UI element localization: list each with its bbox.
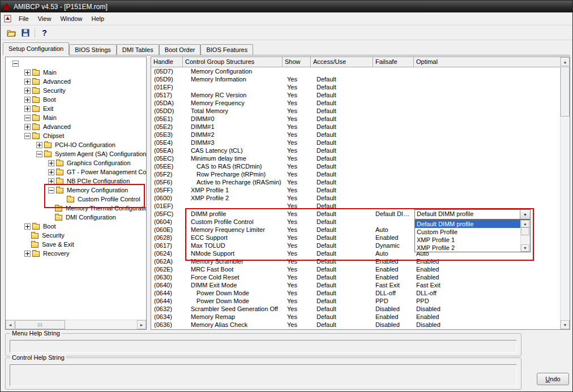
grid-row[interactable]: (05EA)CAS Latency (tCL)YesDefault <box>151 147 561 154</box>
tree-expander-plus-icon[interactable] <box>48 178 54 184</box>
dropdown-scrollbar[interactable] <box>520 220 530 252</box>
combobox-value[interactable]: Default DIMM profile <box>415 210 520 219</box>
grid-vertical-scrollbar[interactable] <box>560 57 570 329</box>
grid-row[interactable]: (0600)XMP Profile 2YesDefault <box>151 194 561 202</box>
tree-horizontal-scrollbar[interactable] <box>6 320 146 329</box>
tree-expander-plus-icon[interactable] <box>24 223 31 230</box>
scrollbar-thumb[interactable] <box>521 227 529 235</box>
grid-row[interactable]: (01EF)YesDefault <box>151 83 561 91</box>
grid-row[interactable]: (062A)Memory ScramblerYesDefaultEnabledE… <box>151 257 561 265</box>
tree-item-recovery[interactable]: Recovery <box>6 249 146 258</box>
tab-bios-features[interactable]: BIOS Features <box>200 44 253 55</box>
tree-item-gt-power-management-co[interactable]: GT - Power Management Co <box>6 167 146 176</box>
grid-row[interactable]: (0634)Memory RemapYesDefaultEnabledEnabl… <box>151 313 561 321</box>
grid-row[interactable]: (05D7)Memory Configuration <box>151 67 561 75</box>
tree-item-security[interactable]: Security <box>6 231 146 240</box>
column-header-failsafe[interactable]: Failsafe <box>373 57 414 67</box>
column-header-handle[interactable]: Handle <box>151 57 183 67</box>
grid-row[interactable]: (05FF)XMP Profile 1YesDefault <box>151 186 561 194</box>
tree-item-system-agent-sa-configuration[interactable]: System Agent (SA) Configuration <box>6 149 146 158</box>
column-header-show[interactable]: Show <box>283 57 311 67</box>
scroll-down-icon[interactable] <box>521 244 529 252</box>
tree-expander-plus-icon[interactable] <box>48 169 54 175</box>
grid-row[interactable]: (01EF)YesDefault <box>151 202 561 210</box>
combo-option-custom-profile[interactable]: Custom Profile <box>415 228 520 236</box>
menu-file[interactable]: File <box>14 14 33 24</box>
tree-expander-plus-icon[interactable] <box>24 97 31 103</box>
grid-row[interactable]: (0644)Power Down ModeYesDefaultPPDPPD <box>151 297 561 305</box>
tree-expander-plus-icon[interactable] <box>24 124 31 130</box>
tab-bios-strings[interactable]: BIOS Strings <box>69 44 117 55</box>
tab-boot-order[interactable]: Boot Order <box>159 44 201 55</box>
grid-row[interactable]: (05E1)DIMM#0YesDefault <box>151 115 561 123</box>
tree-expander-plus-icon[interactable] <box>24 70 31 76</box>
tree-item-memory-configuration[interactable]: Memory Configuration <box>6 186 146 195</box>
tree-expander-minus-icon[interactable] <box>36 151 42 157</box>
tab-setup-configuration[interactable]: Setup Configuration <box>3 42 69 55</box>
tree-item-save-exit[interactable]: Save & Exit <box>6 240 146 249</box>
grid-row[interactable]: (05E2)DIMM#1YesDefault <box>151 123 561 131</box>
scroll-left-icon[interactable] <box>6 320 15 329</box>
open-folder-button[interactable] <box>4 27 18 39</box>
scrollbar-thumb[interactable] <box>15 320 65 329</box>
tree-expander-minus-icon[interactable] <box>12 61 19 67</box>
tree-expander-minus-icon[interactable] <box>24 115 31 121</box>
tree-item-advanced[interactable]: Advanced <box>6 122 146 131</box>
tree-expander-plus-icon[interactable] <box>36 142 42 148</box>
tree-item-exit[interactable]: Exit <box>6 104 146 113</box>
grid-row[interactable]: (05DD)Total MemoryYesDefault <box>151 107 561 115</box>
column-header-access-use[interactable]: Access/Use <box>311 57 373 67</box>
grid-row[interactable]: (0630)Force Cold ResetYesDefaultEnabledE… <box>151 273 561 281</box>
column-header-control-group-structures[interactable]: Control Group Structures <box>183 57 283 67</box>
scroll-down-icon[interactable] <box>561 320 570 329</box>
tree-item-boot[interactable]: Boot <box>6 222 146 231</box>
grid-row[interactable]: (05EC)Minimum delay timeYesDefault <box>151 154 561 162</box>
save-button[interactable] <box>18 27 32 39</box>
menu-help[interactable]: Help <box>87 14 109 24</box>
combo-option-default-dimm-profile[interactable]: Default DIMM profile <box>415 220 520 228</box>
tree-expander-minus-icon[interactable] <box>24 133 31 139</box>
combo-option-xmp-profile-2[interactable]: XMP Profile 2 <box>415 244 520 252</box>
grid-row[interactable]: (05F6)Active to Precharge (tRASmin)YesDe… <box>151 178 561 186</box>
tree-expander-plus-icon[interactable] <box>24 79 31 85</box>
grid-row[interactable]: (05D9)Memory InformationYesDefault <box>151 75 561 83</box>
dimm-profile-combobox[interactable]: Default DIMM profile <box>414 209 531 219</box>
help-button[interactable]: ? <box>37 27 52 39</box>
grid-row[interactable]: (05E3)DIMM#2YesDefault <box>151 131 561 139</box>
scroll-right-icon[interactable] <box>137 320 146 329</box>
tree-expander-plus-icon[interactable] <box>24 106 31 112</box>
chevron-down-icon[interactable] <box>520 210 530 219</box>
tree-item-chipset[interactable]: Chipset <box>6 131 146 140</box>
tree-item-graphics-configuration[interactable]: Graphics Configuration <box>6 158 146 167</box>
grid-row[interactable]: (0636)Memory Alias CheckYesDefaultDisabl… <box>151 321 561 329</box>
tab-dmi-tables[interactable]: DMI Tables <box>117 44 159 55</box>
tree-item-security[interactable]: Security <box>6 86 146 95</box>
tree-item-dmi-configuration[interactable]: DMI Configuration <box>6 213 146 222</box>
scroll-up-icon[interactable] <box>561 57 570 66</box>
tree-item-nb-pcie-configuration[interactable]: NB PCIe Configuration <box>6 176 146 186</box>
undo-button[interactable]: Undo <box>537 373 569 385</box>
grid-row[interactable]: (05DA)Memory FrequencyYesDefault <box>151 99 561 107</box>
grid-row[interactable]: (062E)MRC Fast BootYesDefaultEnabledEnab… <box>151 265 561 273</box>
menu-window[interactable]: Window <box>55 14 87 24</box>
tree-item-main[interactable]: Main <box>6 68 146 77</box>
combo-option-xmp-profile-1[interactable]: XMP Profile 1 <box>415 236 520 244</box>
menu-view[interactable]: View <box>33 14 56 24</box>
tree-item-pch-io-configuration[interactable]: PCH-IO Configuration <box>6 140 146 149</box>
scroll-up-icon[interactable] <box>521 220 529 227</box>
grid-row[interactable]: (0517)Memory RC VersionYesDefault <box>151 91 561 99</box>
grid-row[interactable]: (05E4)DIMM#3YesDefault <box>151 139 561 147</box>
tree-expander-minus-icon[interactable] <box>48 187 54 193</box>
tree-item-custom-profile-control[interactable]: Custom Profile Control <box>6 195 146 204</box>
tree-expander-plus-icon[interactable] <box>24 251 31 257</box>
grid-row[interactable]: (0644)Power Down ModeYesDefaultDLL-offDL… <box>151 289 561 297</box>
tree-item-advanced[interactable]: Advanced <box>6 77 146 86</box>
tree-item-boot[interactable]: Boot <box>6 95 146 104</box>
grid-row[interactable]: (05F2)Row Precharge (tRPmin)YesDefault <box>151 170 561 178</box>
scrollbar-thumb[interactable] <box>561 67 570 117</box>
tree-item-memory-thermal-configuratio[interactable]: Memory Thermal Configuratio <box>6 204 146 213</box>
grid-row[interactable]: (0640)DIMM Exit ModeYesDefaultFast ExitF… <box>151 281 561 289</box>
grid-row[interactable]: (0632)Scrambler Seed Generation OffYesDe… <box>151 305 561 313</box>
column-header-optimal[interactable]: Optimal <box>414 57 561 67</box>
tree-expander-plus-icon[interactable] <box>24 88 31 94</box>
